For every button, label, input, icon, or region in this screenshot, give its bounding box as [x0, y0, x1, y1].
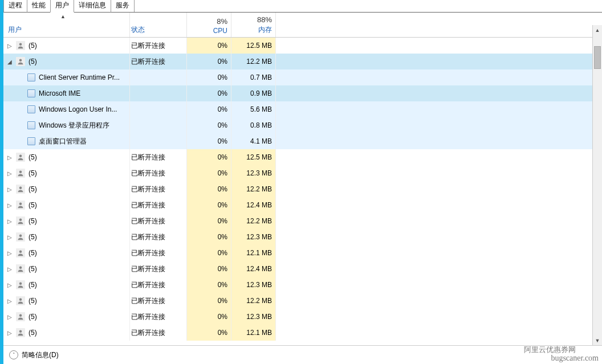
- chevron-right-icon[interactable]: ▷: [3, 218, 16, 224]
- chevron-right-icon[interactable]: ▷: [3, 314, 16, 320]
- svg-point-1: [19, 59, 22, 62]
- user-avatar-icon: [16, 312, 25, 321]
- user-row[interactable]: ▷(5)已断开连接0%12.5 MB: [3, 149, 602, 165]
- footer-bar: ˄ 简略信息(D): [3, 345, 602, 364]
- tab-details[interactable]: 详细信息: [74, 0, 111, 13]
- user-avatar-icon: [16, 296, 25, 305]
- user-row[interactable]: ▷(5)已断开连接0%12.3 MB: [3, 309, 602, 325]
- status-text: 已断开连接: [131, 185, 165, 194]
- chevron-down-icon[interactable]: ◢: [3, 59, 16, 65]
- cell-memory: 12.3 MB: [231, 309, 276, 325]
- chevron-right-icon[interactable]: ▷: [3, 330, 16, 336]
- cell-status: 已断开连接: [130, 38, 187, 54]
- content-pane: ▲ 用户 状态 8% CPU 88% 内存 ▷(5)已断开连接0%12.5 MB…: [3, 13, 602, 345]
- row-name-text: (5): [29, 201, 37, 209]
- chevron-right-icon[interactable]: ▷: [3, 282, 16, 288]
- process-row[interactable]: Windows Logon User In...0%5.6 MB: [3, 101, 602, 117]
- tab-processes[interactable]: 进程: [3, 0, 27, 13]
- svg-point-2: [19, 155, 22, 158]
- task-manager-window: 进程 性能 用户 详细信息 服务 ▲ 用户 状态 8% CPU 88% 内存: [0, 0, 602, 364]
- process-row[interactable]: 桌面窗口管理器0%4.1 MB: [3, 133, 602, 149]
- user-row[interactable]: ▷(5)已断开连接0%12.2 MB: [3, 293, 602, 309]
- chevron-right-icon[interactable]: ▷: [3, 298, 16, 304]
- user-row[interactable]: ▷(5)已断开连接0%12.4 MB: [3, 197, 602, 213]
- chevron-right-icon[interactable]: ▷: [3, 43, 16, 49]
- chevron-right-icon[interactable]: ▷: [3, 170, 16, 177]
- cpu-value: 0%: [218, 265, 227, 273]
- user-row[interactable]: ▷(5)已断开连接0%12.3 MB: [3, 165, 602, 181]
- memory-value: 12.2 MB: [246, 185, 272, 193]
- row-name-text: Client Server Runtime Pr...: [39, 73, 120, 81]
- column-header-status[interactable]: 状态: [130, 13, 187, 37]
- memory-value: 12.4 MB: [246, 201, 272, 209]
- chevron-right-icon[interactable]: ▷: [3, 186, 16, 193]
- user-row[interactable]: ▷(5)已断开连接0%12.3 MB: [3, 277, 602, 293]
- row-name-text: (5): [29, 169, 37, 177]
- scroll-up-button[interactable]: ▲: [593, 25, 602, 35]
- cpu-value: 0%: [218, 185, 227, 193]
- users-table-body: ▷(5)已断开连接0%12.5 MB◢(5)已断开连接0%12.2 MBClie…: [3, 38, 602, 345]
- user-row[interactable]: ▷(5)已断开连接0%12.2 MB: [3, 181, 602, 197]
- svg-point-7: [19, 235, 22, 238]
- row-name-text: (5): [29, 297, 37, 305]
- cell-cpu: 0%: [187, 38, 231, 54]
- row-name-text: (5): [29, 217, 37, 225]
- scroll-thumb[interactable]: [594, 46, 601, 69]
- vertical-scrollbar[interactable]: ▲ ▼: [592, 25, 602, 345]
- scroll-down-button[interactable]: ▼: [593, 336, 602, 345]
- chevron-right-icon[interactable]: ▷: [3, 202, 16, 208]
- column-header-memory[interactable]: 88% 内存: [231, 13, 276, 37]
- row-name-text: Windows 登录应用程序: [39, 121, 109, 130]
- tab-services[interactable]: 服务: [111, 0, 135, 13]
- user-row[interactable]: ▷(5)已断开连接0%12.4 MB: [3, 261, 602, 277]
- cell-rest: [276, 38, 602, 54]
- cell-status: [130, 117, 187, 133]
- chevron-right-icon[interactable]: ▷: [3, 250, 16, 256]
- process-icon: [27, 137, 35, 145]
- user-avatar-icon: [16, 232, 25, 242]
- cell-rest: [276, 277, 602, 293]
- user-row[interactable]: ▷(5)已断开连接0%12.5 MB: [3, 38, 602, 54]
- cell-status: 已断开连接: [130, 309, 187, 325]
- process-row[interactable]: Client Server Runtime Pr...0%0.7 MB: [3, 69, 602, 85]
- user-avatar-icon: [16, 264, 25, 273]
- column-header-user[interactable]: ▲ 用户: [3, 13, 130, 37]
- cell-name: ▷(5): [3, 245, 130, 261]
- chevron-right-icon[interactable]: ▷: [3, 266, 16, 272]
- cell-rest: [276, 54, 602, 69]
- memory-value: 12.5 MB: [246, 153, 272, 161]
- user-row[interactable]: ◢(5)已断开连接0%12.2 MB: [3, 54, 602, 69]
- scroll-track[interactable]: [593, 35, 602, 336]
- cell-memory: 12.3 MB: [231, 229, 276, 245]
- user-avatar-icon: [16, 201, 25, 210]
- tab-users[interactable]: 用户: [50, 0, 74, 13]
- cell-name: ▷(5): [3, 293, 130, 309]
- user-row[interactable]: ▷(5)已断开连接0%12.2 MB: [3, 213, 602, 229]
- cell-rest: [276, 325, 602, 341]
- cell-cpu: 0%: [187, 54, 231, 69]
- cell-memory: 12.4 MB: [231, 261, 276, 277]
- chevron-right-icon[interactable]: ▷: [3, 154, 16, 161]
- status-text: 已断开连接: [131, 296, 165, 306]
- svg-point-5: [19, 203, 22, 206]
- cell-name: ▷(5): [3, 181, 130, 197]
- cell-name: Windows 登录应用程序: [3, 117, 130, 133]
- user-avatar-icon: [16, 41, 25, 50]
- user-avatar-icon: [16, 280, 25, 289]
- column-header-cpu[interactable]: 8% CPU: [187, 13, 231, 37]
- user-row[interactable]: ▷(5)已断开连接0%12.3 MB: [3, 229, 602, 245]
- status-text: 已断开连接: [131, 153, 165, 162]
- svg-point-0: [19, 43, 22, 46]
- fewer-details-button[interactable]: ˄ 简略信息(D): [9, 350, 59, 360]
- process-row[interactable]: Windows 登录应用程序0%0.8 MB: [3, 117, 602, 133]
- process-row[interactable]: Microsoft IME0%0.9 MB: [3, 85, 602, 101]
- chevron-right-icon[interactable]: ▷: [3, 234, 16, 240]
- cell-status: 已断开连接: [130, 181, 187, 197]
- user-row[interactable]: ▷(5)已断开连接0%12.1 MB: [3, 325, 602, 341]
- cell-status: 已断开连接: [130, 293, 187, 309]
- tab-performance[interactable]: 性能: [27, 0, 51, 13]
- cell-cpu: 0%: [187, 69, 231, 85]
- cpu-value: 0%: [218, 89, 227, 97]
- cpu-value: 0%: [218, 73, 227, 81]
- user-row[interactable]: ▷(5)已断开连接0%12.1 MB: [3, 245, 602, 261]
